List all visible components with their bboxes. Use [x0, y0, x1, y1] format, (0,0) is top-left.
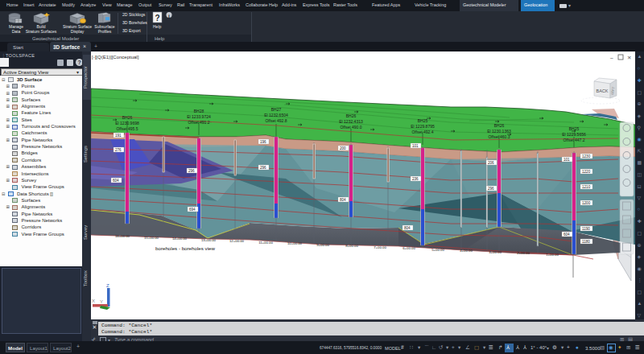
- svg-text:9+00.00: 9+00.00: [316, 243, 329, 247]
- svg-text:Offset 495.5: Offset 495.5: [116, 126, 138, 131]
- svg-text:BH26: BH26: [122, 115, 133, 120]
- svg-text:12+00.00: 12+00.00: [229, 239, 245, 243]
- svg-text:‒: ‒: [610, 55, 613, 60]
- svg-text:Offset 447.2: Offset 447.2: [563, 138, 584, 142]
- svg-text:Z: Z: [106, 283, 109, 288]
- svg-text:101: 101: [412, 144, 419, 148]
- svg-text:8+00.00: 8+00.00: [345, 244, 358, 248]
- svg-text:boreholes - boreholes view: boreholes - boreholes view: [155, 245, 215, 251]
- svg-text:El 1229.8795: El 1229.8795: [411, 124, 435, 129]
- svg-text:2+00.00: 2+00.00: [517, 251, 530, 255]
- svg-text:6+00.00: 6+00.00: [402, 246, 415, 250]
- svg-text:191: 191: [115, 134, 122, 138]
- svg-text:1210: 1210: [582, 185, 591, 189]
- svg-text:804: 804: [404, 226, 411, 230]
- svg-text:10+00.00: 10+00.00: [287, 241, 303, 245]
- svg-text:276: 276: [115, 148, 122, 152]
- svg-text:[-][Q(E1)][Conceptual]: [-][Q(E1)][Conceptual]: [92, 55, 139, 60]
- svg-text:206: 206: [488, 161, 494, 165]
- svg-text:✕: ✕: [627, 55, 631, 60]
- svg-text:Offset 492.4: Offset 492.4: [411, 130, 433, 134]
- svg-text:236: 236: [412, 177, 419, 181]
- svg-text:El 1232.4313: El 1232.4313: [339, 119, 363, 124]
- svg-text:BH27: BH27: [271, 107, 282, 112]
- svg-text:BH26: BH26: [346, 113, 357, 118]
- svg-text:14+00.00: 14+00.00: [172, 237, 188, 241]
- svg-text:BH26: BH26: [494, 123, 505, 128]
- svg-text:Offset 490.0: Offset 490.0: [340, 125, 361, 130]
- svg-text:i: i: [168, 13, 170, 19]
- svg-text:1220: 1220: [582, 170, 591, 174]
- svg-text:11+00.00: 11+00.00: [258, 241, 273, 245]
- svg-text:1190: 1190: [582, 227, 590, 231]
- svg-text:BH25: BH25: [418, 118, 428, 123]
- svg-text:5+00.00: 5+00.00: [431, 248, 444, 252]
- svg-text:16+00.00: 16+00.00: [115, 234, 130, 238]
- svg-text:1200: 1200: [582, 201, 591, 205]
- svg-text:804: 804: [340, 198, 346, 202]
- svg-text:3+00.00: 3+00.00: [489, 250, 502, 254]
- svg-text:El 1230.1363: El 1230.1363: [487, 129, 511, 134]
- svg-text:4+00.00: 4+00.00: [460, 249, 473, 253]
- svg-text:1180: 1180: [582, 240, 590, 244]
- svg-text:El 1230.9698: El 1230.9698: [115, 121, 139, 126]
- svg-text:El 1229.5656: El 1229.5656: [562, 132, 586, 137]
- svg-text:296: 296: [188, 169, 195, 173]
- svg-text:296: 296: [260, 166, 266, 170]
- svg-text:604: 604: [113, 179, 119, 183]
- svg-text:296: 296: [488, 187, 494, 191]
- svg-text:Offset 492.8: Offset 492.8: [265, 118, 287, 123]
- svg-text:El 1232.6504: El 1232.6504: [264, 113, 288, 117]
- svg-text:694: 694: [189, 208, 196, 212]
- svg-text:1+00.00: 1+00.00: [546, 253, 559, 257]
- svg-text:BH25: BH25: [569, 126, 580, 131]
- svg-text:Y: Y: [100, 299, 103, 304]
- svg-text:El 1233.9724: El 1233.9724: [187, 114, 211, 119]
- svg-text:?: ?: [155, 14, 159, 23]
- svg-text:200: 200: [340, 146, 346, 150]
- svg-text:7+00.00: 7+00.00: [374, 245, 386, 249]
- svg-text:15+00.00: 15+00.00: [144, 236, 159, 240]
- svg-text:604: 604: [564, 233, 570, 237]
- svg-text:X: X: [92, 298, 95, 303]
- svg-text:101: 101: [564, 158, 570, 162]
- svg-text:1230: 1230: [582, 154, 591, 158]
- svg-text:BACK: BACK: [597, 88, 609, 93]
- svg-text:196: 196: [260, 140, 266, 144]
- svg-text:Offset 460.3: Offset 460.3: [488, 134, 510, 139]
- svg-text:BH28: BH28: [194, 109, 204, 113]
- svg-text:13+00.00: 13+00.00: [201, 238, 217, 242]
- svg-text:Offset 491.2: Offset 491.2: [188, 120, 209, 125]
